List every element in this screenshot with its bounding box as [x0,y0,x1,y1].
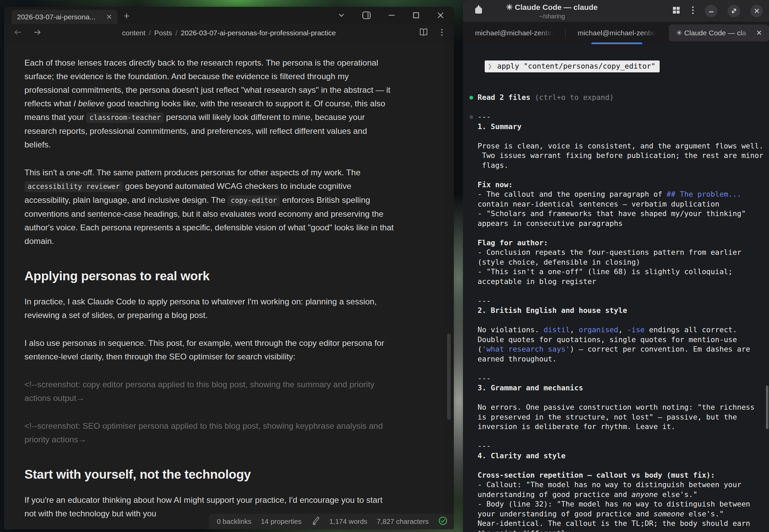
terminal-line: --- [466,374,769,384]
document-body: Each of those lenses traces directly bac… [4,42,398,520]
text-run: --- [478,442,491,450]
new-tab-icon[interactable]: + [124,10,130,22]
terminal-tab-label: michael@michael-zenbo [578,29,656,37]
text-run: Near-identical. The callout is the TL;DR… [478,519,750,528]
terminal-line: No errors. One passive construction wort… [466,403,769,412]
back-arrow-icon[interactable] [13,28,22,38]
close-icon[interactable] [436,11,445,20]
inline-code: copy-editor [228,195,280,206]
text-run: anyone [631,490,658,499]
editor-content[interactable]: Each of those lenses traces directly bac… [4,42,454,529]
terminal-line: - Callout: "The model has no way to dist… [466,480,769,490]
terminal-line: acceptable in blog register [466,277,769,287]
editor-tab[interactable]: 2026-03-07-ai-persona... ✕ [12,10,118,24]
text-run: contain near-identical sentences — verba… [478,200,719,208]
terminal-minimize-button[interactable] [705,5,717,17]
terminal-line: appears in consecutive paragraphs [466,219,769,229]
terminal-header: ✳ Claude Code — claude ~/sharing [463,0,769,22]
terminal-line: --- [466,441,769,451]
terminal-window: ✳ Claude Code — claude ~/sharing michael… [463,0,769,532]
chevron-down-icon[interactable] [337,11,346,20]
inline-code: classroom-teacher [86,112,164,123]
text-run: else's." [684,510,724,518]
response-bullet-icon [469,115,473,119]
tab-overview-grid-icon[interactable] [672,5,681,16]
sync-check-icon[interactable] [438,516,448,527]
text-run: else's." [658,490,698,499]
html-comment-text: <!--screenshot: SEO optimiser persona ap… [24,419,395,446]
terminal-tab[interactable]: ✳ Claude Code — cla✕ [669,24,769,41]
section-heading: Start with yourself, not the technology [24,467,398,482]
text-run: , [618,325,627,334]
html-comment-text: <!--screenshot: copy editor persona appl… [24,378,395,405]
text-run: In practice, I ask Claude Code to apply … [24,297,377,320]
terminal-line: Double quotes for quotations, single quo… [466,335,769,345]
text-run: Flag for author: [478,238,548,247]
terminal-line: contain near-identical sentences — verba… [466,199,769,209]
terminal-line: Near-identical. The callout is the TL;DR… [466,519,769,529]
text-run: This isn't a one-off. The same pattern p… [24,168,360,177]
breadcrumb-segment[interactable]: 2026-03-07-ai-personas-for-professional-… [181,29,336,37]
text-run: flags. [478,161,508,170]
text-run: understanding of good practice and [478,490,631,499]
terminal-line: 4. Clarity and style [466,451,769,461]
editor-tab-bar: 2026-03-07-ai-persona... ✕ + [4,7,454,24]
text-run: - The callout and the opening paragraph … [478,190,667,198]
minimize-icon[interactable] [387,11,396,20]
editor-scrollbar[interactable] [447,334,451,420]
terminal-line: 2. British English and house style [466,306,769,316]
terminal-line: Fix now: [466,180,769,190]
terminal-tab[interactable]: michael@michael-zenbo [566,22,668,44]
text-run: acceptable in blog register [478,277,596,286]
maximize-icon[interactable] [412,11,421,20]
terminal-line [466,228,769,238]
terminal-line [466,103,769,112]
backlinks-count[interactable]: 0 backlinks [217,517,251,526]
terminal-line: your understanding of good practice and … [466,509,769,519]
reading-mode-book-icon[interactable] [418,28,429,38]
properties-count[interactable]: 14 properties [261,517,302,526]
paragraph: This isn't a one-off. The same pattern p… [24,166,395,248]
paragraph: Each of those lenses traces directly bac… [24,56,395,152]
text-run: - Conclusion repeats the four-questions … [478,248,741,256]
terminal-output[interactable]: ❯apply "content/personas/copy_editor" Re… [463,44,769,532]
terminal-scrollbar[interactable] [766,386,768,429]
breadcrumb-segment[interactable]: content [122,29,145,37]
menu-kebab-icon[interactable] [691,5,695,17]
text-run: organised [579,325,619,334]
text-run: (ctrl+o to expand) [530,93,614,102]
terminal-prompt-line: ❯apply "content/personas/copy_editor" [485,60,660,73]
terminal-subtitle: ~/sharing [506,13,598,20]
text-run: Fix now: [478,180,513,189]
forward-arrow-icon[interactable] [33,28,42,38]
prompt-chevron-icon: ❯ [488,62,492,70]
text-run: - Body (line 32): "The model has no way … [478,500,750,508]
text-run: I believe [73,99,104,108]
terminal-line: Prose is clean, voice is consistent, and… [466,141,769,151]
terminal-line: --- [466,112,769,122]
terminal-line: 3. Grammar and mechanics [466,383,769,393]
terminal-line: No violations. distil, organised, -ise e… [466,325,769,335]
tab-close-icon[interactable]: ✕ [106,13,112,21]
terminal-tab-label: michael@michael-zenbo [475,29,553,37]
edit-mode-pencil-icon[interactable] [311,516,320,527]
terminal-tab[interactable]: michael@michael-zenbo [463,22,566,44]
breadcrumb-segment[interactable]: Posts [154,29,172,37]
tab-close-icon[interactable]: ✕ [756,29,762,37]
terminal-line: --- [466,296,769,306]
breadcrumb: content/Posts/2026-03-07-ai-personas-for… [122,29,336,37]
terminal-close-button[interactable] [750,5,763,17]
more-options-icon[interactable] [440,28,444,38]
paragraph: I also use personas in sequence. This po… [24,336,395,363]
terminal-line [466,83,769,93]
obsidian-window: 2026-03-07-ai-persona... ✕ + [4,7,454,529]
text-run: , [570,325,579,334]
terminal-line: ('what research says') — correct per con… [466,344,769,354]
terminal-new-tab-icon[interactable] [473,4,484,17]
terminal-line: Cross-section repetition — callout vs bo… [466,471,769,480]
text-run: - "Scholars and frameworks that have sha… [478,209,746,218]
stacked-tabs-icon[interactable] [361,10,372,20]
terminal-line [466,432,769,442]
terminal-restore-button[interactable] [728,5,740,17]
text-run: 4. Clarity and style [478,451,566,460]
